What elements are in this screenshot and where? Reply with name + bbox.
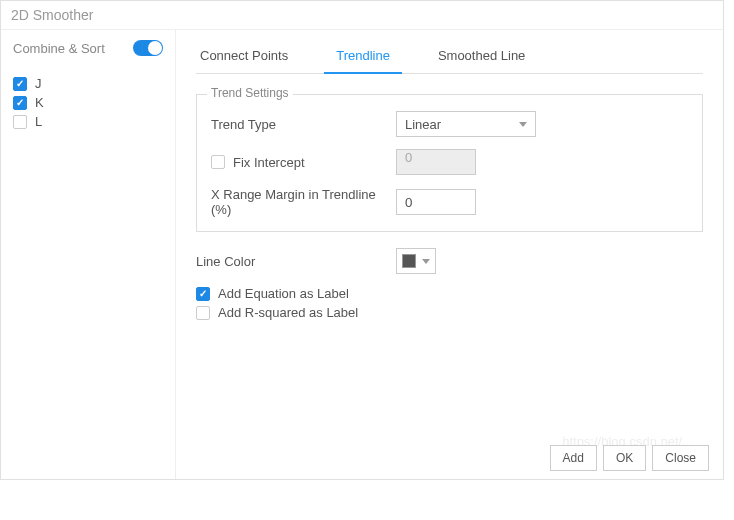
- combine-sort-toggle[interactable]: [133, 40, 163, 56]
- combine-sort-label: Combine & Sort: [13, 41, 105, 56]
- list-item-label: J: [35, 76, 42, 91]
- tab-trendline[interactable]: Trendline: [332, 42, 394, 73]
- trend-type-label: Trend Type: [211, 117, 396, 132]
- list-item: L: [13, 114, 163, 129]
- main-panel: Connect Points Trendline Smoothed Line T…: [176, 30, 723, 479]
- sidebar-header: Combine & Sort: [13, 40, 163, 56]
- tabs: Connect Points Trendline Smoothed Line: [196, 42, 703, 74]
- trend-settings-group: Trend Settings Trend Type Linear Fix Int…: [196, 94, 703, 232]
- tab-smoothed-line[interactable]: Smoothed Line: [434, 42, 529, 73]
- add-equation-label: Add Equation as Label: [218, 286, 349, 301]
- trend-type-select[interactable]: Linear: [396, 111, 536, 137]
- form-row: Fix Intercept 0: [211, 149, 688, 175]
- ok-button[interactable]: OK: [603, 445, 646, 471]
- list-item-label: L: [35, 114, 42, 129]
- fix-intercept-row: Fix Intercept: [211, 155, 396, 170]
- form-row: X Range Margin in Trendline (%): [211, 187, 688, 217]
- checkbox-k[interactable]: [13, 96, 27, 110]
- trend-type-value: Linear: [405, 117, 441, 132]
- close-button[interactable]: Close: [652, 445, 709, 471]
- add-equation-row: Add Equation as Label: [196, 286, 703, 301]
- checkbox-j[interactable]: [13, 77, 27, 91]
- fix-intercept-label: Fix Intercept: [233, 155, 305, 170]
- sidebar: Combine & Sort J K L: [1, 30, 176, 479]
- add-button[interactable]: Add: [550, 445, 597, 471]
- fix-intercept-checkbox[interactable]: [211, 155, 225, 169]
- add-r2-checkbox[interactable]: [196, 306, 210, 320]
- form-row: Line Color: [196, 248, 703, 274]
- add-r2-row: Add R-squared as Label: [196, 305, 703, 320]
- window-title: 2D Smoother: [11, 7, 93, 23]
- checklist: J K L: [13, 76, 163, 129]
- list-item-label: K: [35, 95, 44, 110]
- chevron-down-icon: [519, 122, 527, 127]
- chevron-down-icon: [422, 259, 430, 264]
- line-color-picker[interactable]: [396, 248, 436, 274]
- tab-connect-points[interactable]: Connect Points: [196, 42, 292, 73]
- fix-intercept-input: 0: [396, 149, 476, 175]
- list-item: K: [13, 95, 163, 110]
- line-color-label: Line Color: [196, 254, 396, 269]
- form-row: Trend Type Linear: [211, 111, 688, 137]
- list-item: J: [13, 76, 163, 91]
- add-r2-label: Add R-squared as Label: [218, 305, 358, 320]
- dialog: 2D Smoother Combine & Sort J K L: [0, 0, 724, 480]
- footer-buttons: Add OK Close: [550, 445, 709, 471]
- title-bar: 2D Smoother: [1, 1, 723, 30]
- add-equation-checkbox[interactable]: [196, 287, 210, 301]
- content: Combine & Sort J K L Connect: [1, 30, 723, 479]
- x-range-input[interactable]: [396, 189, 476, 215]
- trend-settings-legend: Trend Settings: [207, 86, 293, 100]
- checkbox-l[interactable]: [13, 115, 27, 129]
- x-range-label: X Range Margin in Trendline (%): [211, 187, 396, 217]
- color-swatch-icon: [402, 254, 416, 268]
